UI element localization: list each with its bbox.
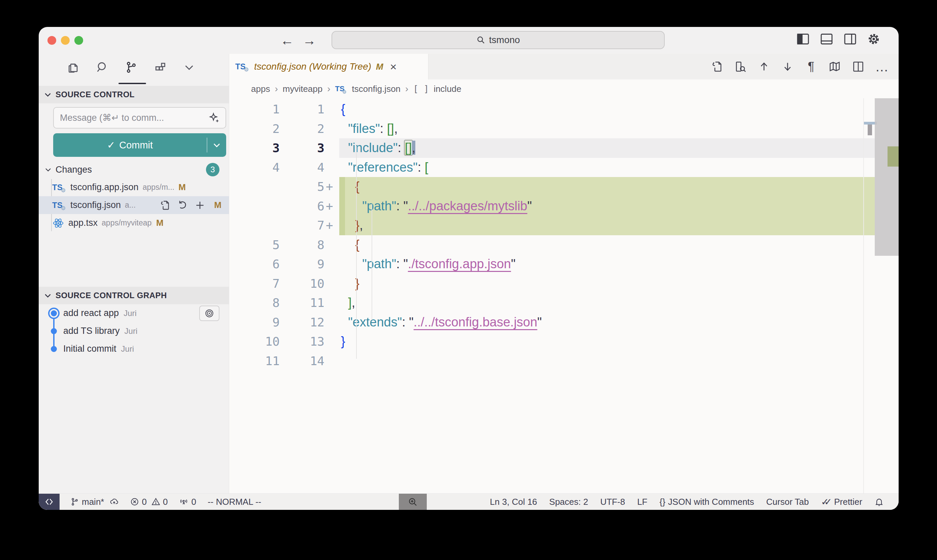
breadcrumb-item[interactable]: myviteapp [283, 84, 323, 94]
commit-message-box [53, 107, 226, 129]
status-item-ln-3-col-16[interactable]: Ln 3, Col 16 [487, 497, 540, 507]
next-change-icon[interactable] [781, 60, 794, 73]
line-text: ], [341, 293, 355, 313]
settings-gear-icon[interactable] [867, 32, 880, 46]
error-count: 0 [142, 497, 146, 507]
source-control-section-header[interactable]: SOURCE CONTROL [39, 86, 229, 103]
zoom-indicator[interactable] [399, 494, 427, 510]
breadcrumb-item[interactable]: tsconfig.json [352, 84, 401, 94]
map-icon[interactable] [828, 60, 842, 73]
commit-row[interactable]: add react app Juri [39, 304, 229, 322]
changes-file-row[interactable]: TS⚙ tsconfig.json a... M [39, 196, 229, 214]
toggle-panel-icon[interactable] [820, 32, 833, 46]
minimap-border [863, 98, 864, 493]
typescript-file-icon: TS⚙ [335, 85, 347, 93]
commit-row[interactable]: add TS library Juri [39, 322, 229, 340]
line-background [339, 138, 875, 158]
split-editor-icon[interactable] [851, 60, 865, 73]
breadcrumb-separator: › [275, 83, 278, 94]
commit-row[interactable]: Initial commit Juri [39, 340, 229, 358]
line-text: "path": "../../packages/mytslib" [341, 197, 532, 216]
added-line-plus [325, 313, 336, 332]
warning-icon [151, 497, 160, 506]
search-view-icon[interactable] [94, 58, 111, 77]
stage-changes-icon[interactable] [195, 200, 205, 211]
status-item-spaces-2[interactable]: Spaces: 2 [546, 497, 592, 507]
more-actions-icon[interactable]: … [875, 60, 889, 73]
forward-button[interactable]: → [303, 32, 316, 49]
ports-status[interactable]: 0 [176, 497, 199, 507]
commit-dropdown-chevron[interactable] [207, 140, 226, 150]
modified-badge: M [214, 200, 222, 210]
inline-view-icon[interactable] [734, 60, 747, 73]
tab-modified-badge: M [376, 62, 383, 72]
new-line-number: 14 [280, 351, 325, 371]
commit-button[interactable]: ✓ Commit [53, 133, 226, 157]
line-text: "extends": "../../tsconfig.base.json" [341, 313, 542, 332]
react-file-icon [52, 217, 64, 229]
old-line-number: 2 [229, 119, 280, 138]
whitespace-pilcrow-icon[interactable]: ¶ [805, 60, 818, 73]
tab-tsconfig-working-tree[interactable]: TS⚙ tsconfig.json (Working Tree) M × [229, 54, 428, 79]
additional-views-chevron-icon[interactable] [181, 58, 198, 77]
back-button[interactable]: ← [280, 32, 294, 49]
error-icon [130, 497, 139, 506]
branch-status[interactable]: main* [67, 497, 122, 507]
code-line: 6 + "path": "../../packages/mytslib" [229, 197, 899, 216]
new-line-number: 2 [280, 119, 325, 138]
line-text: }, [341, 216, 363, 235]
minimize-window-button[interactable] [61, 36, 70, 45]
tab-close-icon[interactable]: × [390, 62, 397, 72]
open-file-icon[interactable] [710, 60, 724, 73]
status-item-cursor-tab[interactable]: Cursor Tab [763, 497, 812, 507]
breadcrumb-separator: › [327, 83, 330, 94]
maximize-window-button[interactable] [74, 36, 83, 45]
changes-file-row[interactable]: TS⚙ app.tsx apps/myviteapp/sr... M [39, 214, 229, 232]
diff-editor[interactable]: 1 1 { 2 2 "files": [], 3 3 "include": []… [229, 98, 899, 493]
status-item-json-with-comments[interactable]: {}JSON with Comments [656, 497, 757, 507]
extensions-icon[interactable] [152, 58, 169, 77]
changes-label: Changes [55, 165, 92, 175]
new-line-number: 5 [280, 177, 325, 197]
commit-message-input[interactable] [59, 112, 209, 123]
commit-author: Juri [125, 326, 138, 336]
source-control-icon[interactable] [123, 58, 140, 77]
indent-guide [356, 146, 357, 359]
notifications-bell[interactable] [871, 497, 887, 506]
code-line: 1 1 { [229, 100, 899, 119]
status-item-label: Spaces: 2 [549, 497, 588, 507]
toggle-primary-sidebar-icon[interactable] [796, 32, 810, 46]
discard-changes-icon[interactable] [177, 200, 188, 211]
status-item-lf[interactable]: LF [634, 497, 651, 507]
added-line-plus [325, 293, 336, 313]
breadcrumb-item[interactable]: include [434, 84, 461, 94]
changes-file-row[interactable]: TS⚙ tsconfig.app.json apps/m... M [39, 178, 229, 196]
status-item-prettier[interactable]: ✓✓Prettier [817, 496, 866, 508]
previous-change-icon[interactable] [757, 60, 771, 73]
code-line: 2 2 "files": [], [229, 119, 899, 138]
typescript-file-icon: TS⚙ [235, 62, 249, 71]
status-item-utf-8[interactable]: UTF-8 [597, 497, 628, 507]
target-icon [204, 308, 214, 318]
line-background [339, 293, 875, 313]
breadcrumb-item[interactable]: apps [251, 84, 270, 94]
new-line-number: 13 [280, 332, 325, 351]
sparkle-ai-icon[interactable] [209, 112, 220, 123]
problems-status[interactable]: 0 0 [127, 497, 171, 507]
line-text: "files": [], [341, 119, 398, 138]
toggle-secondary-sidebar-icon[interactable] [843, 32, 857, 46]
open-file-icon[interactable] [160, 200, 170, 211]
changes-group-header[interactable]: Changes 3 [39, 161, 229, 178]
graph-header-label: SOURCE CONTROL GRAPH [55, 291, 167, 300]
source-control-graph-section-header[interactable]: SOURCE CONTROL GRAPH [39, 287, 229, 304]
remote-indicator[interactable] [39, 494, 60, 510]
command-center-search[interactable]: tsmono [332, 31, 665, 49]
explorer-icon[interactable] [65, 58, 82, 77]
close-window-button[interactable] [48, 36, 56, 45]
minimap-handle-grip[interactable] [868, 125, 872, 135]
file-name: tsconfig.json [70, 200, 121, 210]
new-line-number: 7 [280, 216, 325, 235]
editor-scrollbar[interactable] [875, 98, 899, 256]
vim-mode-indicator[interactable]: -- NORMAL -- [204, 497, 265, 507]
goto-current-history-item-button[interactable] [199, 306, 220, 321]
